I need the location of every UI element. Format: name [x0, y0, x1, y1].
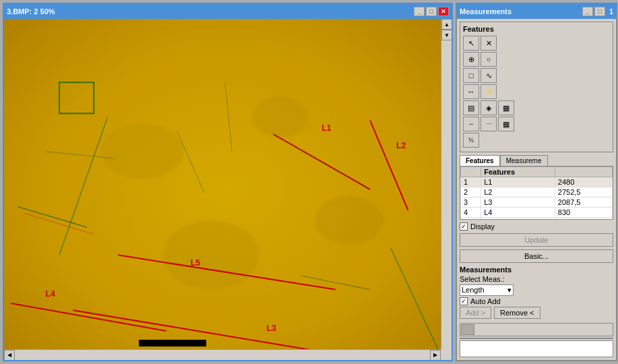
stat-value: [536, 338, 613, 339]
display-row: ✓ Display: [460, 222, 613, 231]
crosshair-tool[interactable]: ⊕: [463, 52, 479, 67]
cursor-tool[interactable]: ↖: [463, 36, 479, 51]
row-id: 5: [461, 218, 481, 220]
add-button[interactable]: Add >: [460, 307, 491, 319]
scale-bar: [139, 340, 206, 346]
dropdown-arrow-icon: ▾: [507, 286, 512, 295]
select-meas-label: Select Meas.:: [460, 275, 514, 283]
features-table-container: Features 1L124802L22752,53L32087,54L4830…: [460, 166, 613, 220]
dropdown-row: Length ▾: [460, 284, 613, 296]
dots-tool[interactable]: ⋯: [481, 117, 497, 131]
col-id-header: [461, 167, 481, 177]
features-table: Features 1L124802L22752,53L32087,54L4830…: [460, 166, 613, 220]
col-value-header: [555, 167, 612, 177]
table-row: 4L4830: [461, 208, 613, 218]
image-title: 3.BMP: 2 50%: [7, 7, 55, 16]
svg-text:L2: L2: [396, 141, 406, 150]
row-name: L2: [481, 187, 555, 198]
svg-point-4: [315, 196, 383, 245]
toolbar-row-3: □ ∿: [463, 68, 610, 83]
measurements-titlebar: Measurements _ □ 1: [457, 4, 616, 19]
close-button[interactable]: ✕: [438, 7, 449, 16]
toolbar-row-1: ↖ ✕: [463, 36, 610, 51]
row-id: 2: [461, 187, 481, 198]
toolbar-row-4: ↔ ⚡: [463, 84, 610, 99]
overlay-tool[interactable]: ▦: [498, 117, 514, 131]
row-value: 2752,5: [555, 187, 612, 198]
image-titlebar: 3.BMP: 2 50% _ □ ✕: [4, 4, 452, 19]
toolbar-row-6: ↔ ⋯ ▦: [463, 117, 610, 131]
svg-text:L1: L1: [321, 123, 332, 133]
tab-measurements[interactable]: Measureme: [500, 155, 548, 166]
stats-table-container: StatisticMin. Val.Max. ValRangeMeanStd. …: [460, 338, 613, 339]
row-name: L3: [481, 198, 555, 208]
auto-add-row: ✓ Auto Add: [460, 297, 613, 305]
stats-row: Statistic: [461, 338, 613, 339]
fill-tool[interactable]: ▦: [498, 100, 514, 115]
stat-name: Statistic: [461, 338, 537, 339]
basic-button[interactable]: Basic...: [460, 249, 613, 263]
row-value: 830: [555, 208, 612, 218]
scrollbar-corner: [441, 349, 452, 360]
tab-features[interactable]: Features: [460, 155, 500, 166]
freehand-tool[interactable]: ∿: [481, 68, 497, 83]
row-value: 2087,5: [555, 198, 612, 208]
microscope-image: L1 L2 L3 L4 L5: [4, 19, 452, 360]
col-name-header: Features: [481, 167, 555, 177]
toolbar-row-2: ⊕ ○: [463, 52, 610, 67]
table-row: 3L32087,5: [461, 198, 613, 208]
display-label: Display: [470, 222, 495, 231]
microscope-canvas: L1 L2 L3 L4 L5 ▲ ▼ ◀ ▶: [4, 19, 452, 360]
auto-add-checkbox[interactable]: ✓: [460, 297, 468, 305]
row-id: 3: [461, 198, 481, 208]
line-tool[interactable]: ↔: [463, 84, 479, 99]
select-meas-row: Select Meas.:: [460, 275, 613, 283]
stats-scroll-thumb[interactable]: [461, 324, 474, 335]
svg-rect-0: [4, 19, 452, 360]
row-id: 4: [461, 208, 481, 218]
measurements-section-title: Measurements: [460, 266, 613, 274]
meas-maximize-btn[interactable]: □: [594, 7, 605, 16]
svg-point-5: [87, 51, 128, 86]
vertical-scrollbar[interactable]: ▲ ▼: [441, 19, 452, 349]
measurements-panel-content: Features ↖ ✕ ⊕ ○ □ ∿ ↔ ⚡ ▤ ◈ ▦: [457, 19, 616, 360]
horizontal-scrollbar[interactable]: ◀ ▶: [4, 349, 441, 360]
row-id: 1: [461, 177, 481, 187]
svg-point-1: [100, 124, 183, 179]
delete-tool[interactable]: ✕: [481, 36, 497, 51]
measure-type-select[interactable]: Length ▾: [460, 284, 514, 296]
rect-tool[interactable]: □: [463, 68, 479, 83]
row-name: L4: [481, 208, 555, 218]
svg-text:L5: L5: [191, 258, 201, 268]
measurements-section: Measurements Select Meas.: Length ▾ ✓ Au…: [460, 266, 613, 320]
meas-minimize-btn[interactable]: _: [582, 7, 593, 16]
bottom-area: [460, 340, 613, 357]
display-checkbox[interactable]: ✓: [460, 222, 468, 231]
table-row: 5L51620: [461, 218, 613, 220]
features-section: Features ↖ ✕ ⊕ ○ □ ∿ ↔ ⚡ ▤ ◈ ▦: [460, 22, 613, 152]
measurements-window: Measurements _ □ 1 Features ↖ ✕ ⊕ ○ □ ∿: [456, 3, 617, 361]
row-value: 2480: [555, 177, 612, 187]
angle-tool[interactable]: ⚡: [481, 84, 497, 99]
tabs-container: Features Measureme: [460, 155, 613, 166]
scale-tool[interactable]: ½: [463, 133, 479, 148]
add-remove-row: Add > Remove <: [460, 307, 613, 319]
remove-button[interactable]: Remove <: [494, 307, 540, 319]
update-button[interactable]: Update: [460, 233, 613, 247]
image-window: 3.BMP: 2 50% _ □ ✕: [3, 3, 453, 361]
stats-table: StatisticMin. Val.Max. ValRangeMeanStd. …: [460, 338, 613, 339]
maximize-button[interactable]: □: [426, 7, 437, 16]
table-row: 2L22752,5: [461, 187, 613, 198]
meas-window-num: 1: [609, 7, 613, 16]
circle-tool[interactable]: ○: [481, 52, 497, 67]
svg-point-3: [163, 220, 259, 289]
row-name: L5: [481, 218, 555, 220]
select-value: Length: [462, 286, 485, 294]
pattern-tool[interactable]: ◈: [481, 100, 497, 115]
svg-point-2: [253, 96, 308, 138]
measure-tool[interactable]: ↔: [463, 117, 479, 131]
stats-scrollbar[interactable]: [460, 323, 613, 336]
minimize-button[interactable]: _: [414, 7, 425, 16]
image-window-controls: _ □ ✕: [414, 7, 449, 16]
grid-tool[interactable]: ▤: [463, 100, 479, 115]
